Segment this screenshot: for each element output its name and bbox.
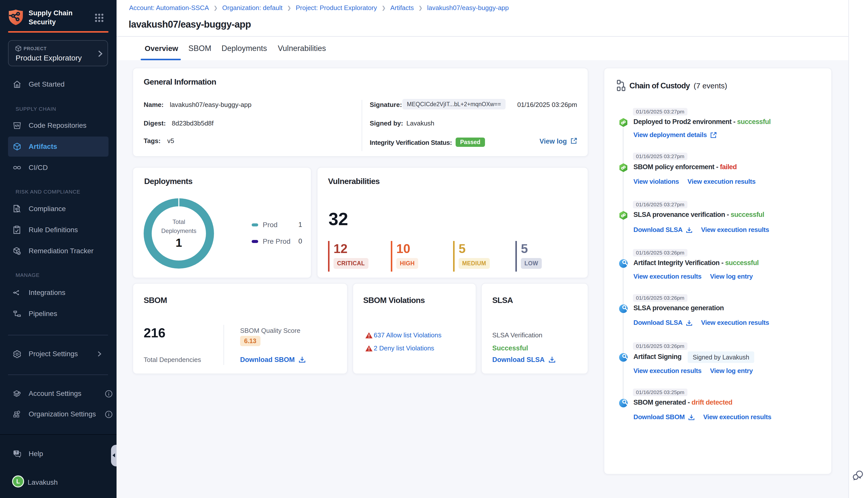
svg-text:?: ? <box>15 450 17 454</box>
